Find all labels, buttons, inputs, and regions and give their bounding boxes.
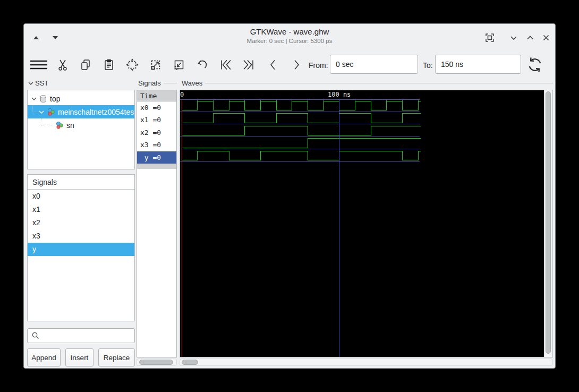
zoom-fit-icon[interactable] <box>126 58 139 71</box>
append-button[interactable]: Append <box>27 348 61 367</box>
wave-canvas[interactable]: 0100 ns <box>180 90 544 357</box>
facility-x1[interactable]: x1 <box>28 203 134 216</box>
replace-button[interactable]: Replace <box>98 348 135 367</box>
zoom-out-icon[interactable] <box>173 58 185 71</box>
chevron-down-icon[interactable] <box>38 109 45 115</box>
facility-x3[interactable]: x3 <box>28 229 134 243</box>
names-panel: Time x0 =0 x1 =0 x2 =0 x3 =0 y =0 <box>137 90 177 357</box>
undo-icon[interactable] <box>196 58 209 71</box>
names-filler <box>137 164 176 169</box>
names-hscrollbar[interactable] <box>137 359 177 366</box>
reload-icon[interactable] <box>526 56 544 74</box>
hierarchy-spheres-icon <box>55 121 64 130</box>
waves-panel: 0100 ns <box>180 90 553 357</box>
chevron-down-icon <box>28 81 34 86</box>
to-input[interactable] <box>435 55 521 74</box>
next-edge-icon[interactable] <box>290 58 303 71</box>
waves-panel-legend: Waves <box>182 79 553 87</box>
names-panel-legend: Signals <box>138 79 177 87</box>
tree-item-testbench[interactable]: meinschaltnetz0054testb <box>28 105 134 118</box>
tree-connector <box>41 118 52 125</box>
previous-edge-icon[interactable] <box>267 58 279 71</box>
tree-item-label: top <box>50 95 60 103</box>
search-box <box>27 328 135 343</box>
cut-icon[interactable] <box>56 58 69 71</box>
copy-icon[interactable] <box>79 58 92 71</box>
skip-to-start-icon[interactable] <box>219 58 232 71</box>
waves-vscrollbar[interactable] <box>544 90 552 357</box>
waves-panel-legend-label: Waves <box>182 79 202 87</box>
waves-hscrollbar-thumb[interactable] <box>182 360 198 365</box>
signal-name-x0[interactable]: x0 =0 <box>137 101 176 114</box>
tree-item-sn[interactable]: sn <box>28 118 134 132</box>
chevron-down-icon[interactable] <box>31 96 37 101</box>
sst-label: SST <box>35 79 48 87</box>
signal-name-x1[interactable]: x1 =0 <box>137 114 176 126</box>
module-cylinder-icon <box>39 95 47 103</box>
insert-button[interactable]: Insert <box>65 348 93 367</box>
skip-to-end-icon[interactable] <box>242 58 255 71</box>
to-label: To: <box>423 61 433 70</box>
svg-text:0: 0 <box>180 91 184 98</box>
waves-vscrollbar-thumb[interactable] <box>546 91 551 354</box>
search-input[interactable] <box>27 328 135 343</box>
from-label: From: <box>309 61 328 70</box>
from-input[interactable] <box>330 55 418 74</box>
tree-connector <box>32 105 37 112</box>
sst-tree: top meinschaltnetz0054testb sn <box>27 90 135 169</box>
toolbar: From: To: <box>24 24 555 79</box>
menu-icon[interactable] <box>30 60 47 70</box>
waves-hscrollbar[interactable] <box>180 359 553 366</box>
zoom-in-icon[interactable] <box>149 58 162 71</box>
names-panel-legend-label: Signals <box>138 79 161 87</box>
svg-text:100 ns: 100 ns <box>328 91 351 98</box>
facilities-panel: Signals x0 x1 x2 x3 y <box>27 174 135 321</box>
facility-x2[interactable]: x2 <box>28 216 134 229</box>
signal-name-y[interactable]: y =0 <box>137 151 176 164</box>
tree-item-label: meinschaltnetz0054testb <box>58 108 134 116</box>
sst-expander[interactable]: SST <box>28 79 48 87</box>
hierarchy-spheres-icon <box>47 108 55 116</box>
tree-item-label: sn <box>66 121 74 130</box>
tree-item-top[interactable]: top <box>28 92 134 105</box>
paste-icon[interactable] <box>103 58 115 71</box>
names-hscrollbar-thumb[interactable] <box>139 360 173 365</box>
facility-y[interactable]: y <box>28 243 134 256</box>
gtkwave-window: GTKWave - wave.ghw Marker: 0 sec | Curso… <box>23 23 556 369</box>
facilities-header: Signals <box>28 175 134 190</box>
signal-name-x2[interactable]: x2 =0 <box>137 126 176 139</box>
time-header: Time <box>137 90 176 101</box>
signal-name-x3[interactable]: x3 =0 <box>137 139 176 151</box>
facility-x0[interactable]: x0 <box>28 190 134 203</box>
